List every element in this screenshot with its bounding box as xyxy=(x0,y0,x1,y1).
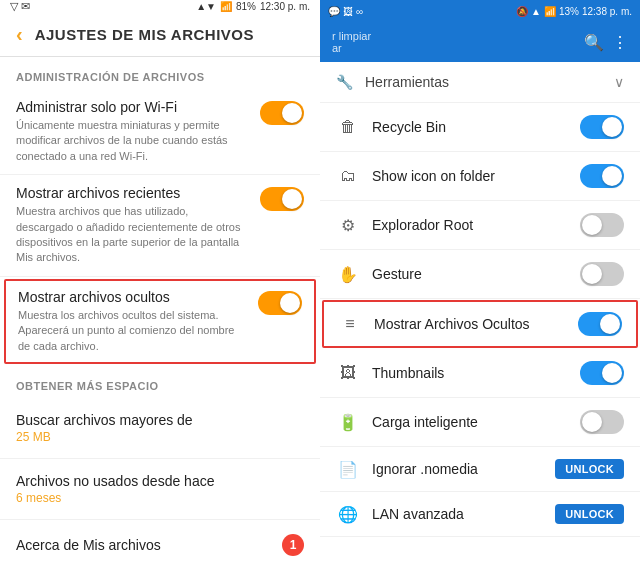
wrench-icon: 🔧 xyxy=(336,74,353,90)
signal-right-icon: 📶 xyxy=(544,6,556,17)
setting-recent-title: Mostrar archivos recientes xyxy=(16,185,248,201)
setting-wifi-desc: Únicamente muestra miniaturas y permite … xyxy=(16,118,248,164)
unlock-lan-button[interactable]: UNLOCK xyxy=(555,504,624,524)
menu-item-lan[interactable]: 🌐 LAN avanzada UNLOCK xyxy=(320,492,640,537)
link-about-title: Acerca de Mis archivos xyxy=(16,537,161,553)
more-icon[interactable]: ⋮ xyxy=(612,33,628,52)
time-left: 12:30 p. m. xyxy=(260,1,310,12)
link-large-title: Buscar archivos mayores de xyxy=(16,412,193,428)
about-badge: 1 xyxy=(282,534,304,556)
show-icon-label: Show icon on folder xyxy=(372,168,495,184)
header-right-text1: r limpiar xyxy=(332,30,371,42)
link-about[interactable]: Acerca de Mis archivos 1 xyxy=(0,520,320,563)
chevron-down-icon: ∨ xyxy=(614,74,624,90)
notification-icons: ▽ ✉ xyxy=(10,0,30,13)
gesture-label: Gesture xyxy=(372,266,422,282)
root-icon: ⚙ xyxy=(336,216,360,235)
setting-wifi: Administrar solo por Wi-Fi Únicamente mu… xyxy=(0,89,320,175)
menu-item-recycle-bin[interactable]: 🗑 Recycle Bin xyxy=(320,103,640,152)
setting-hidden: Mostrar archivos ocultos Muestra los arc… xyxy=(4,279,316,364)
menu-item-gesture[interactable]: ✋ Gesture xyxy=(320,250,640,299)
audio-icon: ∞ xyxy=(356,6,363,17)
link-unused[interactable]: Archivos no usados desde hace 6 meses xyxy=(0,459,320,520)
link-unused-sub: 6 meses xyxy=(16,491,214,505)
unlock-nomedia-button[interactable]: UNLOCK xyxy=(555,459,624,479)
status-right-icons: 🔕 ▲ 📶 13% 12:38 p. m. xyxy=(516,6,632,17)
toggle-root[interactable] xyxy=(580,213,624,237)
hidden-files-label: Mostrar Archivos Ocultos xyxy=(374,316,530,332)
setting-recent-text: Mostrar archivos recientes Muestra archi… xyxy=(16,185,260,266)
setting-hidden-desc: Muestra los archivos ocultos del sistema… xyxy=(18,308,246,354)
toggle-show-icon[interactable] xyxy=(580,164,624,188)
toggle-hidden-files[interactable] xyxy=(578,312,622,336)
toggle-hidden[interactable] xyxy=(258,291,302,315)
nomedia-label: Ignorar .nomedia xyxy=(372,461,478,477)
mute-icon: 🔕 xyxy=(516,6,528,17)
toggle-smart-charge[interactable] xyxy=(580,410,624,434)
toggle-gesture[interactable] xyxy=(580,262,624,286)
header-right-icons: 🔍 ⋮ xyxy=(584,33,628,52)
menu-item-show-icon[interactable]: 🗂 Show icon on folder xyxy=(320,152,640,201)
herramientas-title: 🔧 Herramientas xyxy=(336,74,449,90)
page-title-left: AJUSTES DE MIS ARCHIVOS xyxy=(35,26,254,43)
hidden-files-icon: ≡ xyxy=(338,315,362,333)
link-unused-title: Archivos no usados desde hace xyxy=(16,473,214,489)
setting-wifi-title: Administrar solo por Wi-Fi xyxy=(16,99,248,115)
menu-item-nomedia[interactable]: 📄 Ignorar .nomedia UNLOCK xyxy=(320,447,640,492)
section-label-2: OBTENER MÁS ESPACIO xyxy=(0,366,320,398)
signal-icon: 📶 xyxy=(220,1,232,12)
link-large-sub: 25 MB xyxy=(16,430,193,444)
menu-content: 🔧 Herramientas ∨ 🗑 Recycle Bin 🗂 Show ic… xyxy=(320,62,640,563)
status-bar-left: ▽ ✉ ▲▼ 📶 81% 12:30 p. m. xyxy=(0,0,320,13)
section-label-1: ADMINISTRACIÓN DE ARCHIVOS xyxy=(0,57,320,89)
folder-icon: 🗂 xyxy=(336,167,360,185)
link-large-files[interactable]: Buscar archivos mayores de 25 MB xyxy=(0,398,320,459)
toggle-wifi[interactable] xyxy=(260,101,304,125)
lan-label: LAN avanzada xyxy=(372,506,464,522)
search-icon[interactable]: 🔍 xyxy=(584,33,604,52)
setting-hidden-title: Mostrar archivos ocultos xyxy=(18,289,246,305)
status-bar-right: 💬 🖼 ∞ 🔕 ▲ 📶 13% 12:38 p. m. xyxy=(320,0,640,22)
chat-icon: 💬 xyxy=(328,6,340,17)
battery-right: 13% xyxy=(559,6,579,17)
trash-icon: 🗑 xyxy=(336,118,360,136)
header-right: r limpiar ar 🔍 ⋮ xyxy=(320,22,640,62)
right-panel: 💬 🖼 ∞ 🔕 ▲ 📶 13% 12:38 p. m. r limpiar ar… xyxy=(320,0,640,563)
setting-recent-desc: Muestra archivos que has utilizado, desc… xyxy=(16,204,248,266)
time-right: 12:38 p. m. xyxy=(582,6,632,17)
root-label: Explorador Root xyxy=(372,217,473,233)
img-icon: 🖼 xyxy=(343,6,353,17)
battery-left: 81% xyxy=(236,1,256,12)
menu-item-thumbnails[interactable]: 🖼 Thumbnails xyxy=(320,349,640,398)
menu-item-root[interactable]: ⚙ Explorador Root xyxy=(320,201,640,250)
toggle-recycle-bin[interactable] xyxy=(580,115,624,139)
wifi-right-icon: ▲ xyxy=(531,6,541,17)
toggle-thumbnails[interactable] xyxy=(580,361,624,385)
status-icons-right: 💬 🖼 ∞ xyxy=(328,6,363,17)
recycle-bin-label: Recycle Bin xyxy=(372,119,446,135)
header-left: ‹ AJUSTES DE MIS ARCHIVOS xyxy=(0,13,320,57)
setting-hidden-text: Mostrar archivos ocultos Muestra los arc… xyxy=(18,289,258,354)
status-icons-left: ▲▼ 📶 81% 12:30 p. m. xyxy=(196,1,310,12)
smart-charge-label: Carga inteligente xyxy=(372,414,478,430)
menu-section-herramientas[interactable]: 🔧 Herramientas ∨ xyxy=(320,62,640,103)
charge-icon: 🔋 xyxy=(336,413,360,432)
gesture-icon: ✋ xyxy=(336,265,360,284)
setting-recent: Mostrar archivos recientes Muestra archi… xyxy=(0,175,320,277)
wifi-icon: ▲▼ xyxy=(196,1,216,12)
menu-item-smart-charge[interactable]: 🔋 Carga inteligente xyxy=(320,398,640,447)
nomedia-icon: 📄 xyxy=(336,460,360,479)
menu-item-hidden-files[interactable]: ≡ Mostrar Archivos Ocultos xyxy=(322,300,638,348)
header-right-text2: ar xyxy=(332,42,371,54)
back-button[interactable]: ‹ xyxy=(16,23,23,46)
setting-wifi-text: Administrar solo por Wi-Fi Únicamente mu… xyxy=(16,99,260,164)
thumbnails-icon: 🖼 xyxy=(336,364,360,382)
left-panel: ▽ ✉ ▲▼ 📶 81% 12:30 p. m. ‹ AJUSTES DE MI… xyxy=(0,0,320,563)
toggle-recent[interactable] xyxy=(260,187,304,211)
lan-icon: 🌐 xyxy=(336,505,360,524)
thumbnails-label: Thumbnails xyxy=(372,365,444,381)
